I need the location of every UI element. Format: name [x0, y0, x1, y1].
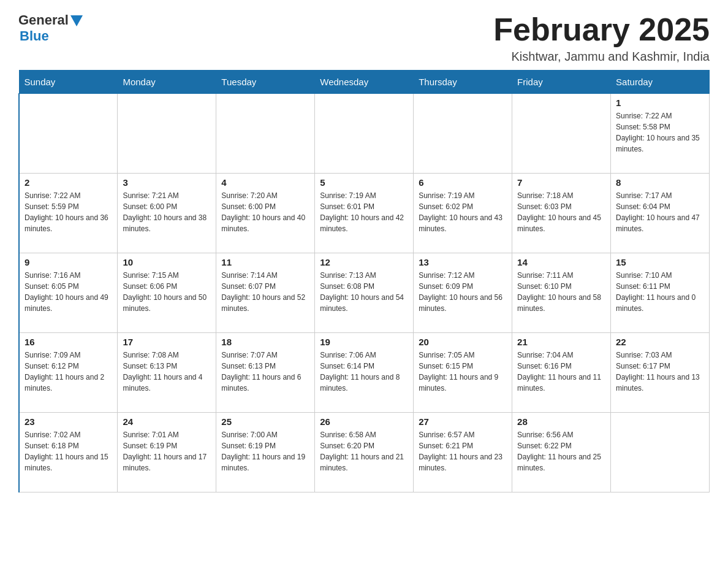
calendar-header-saturday: Saturday: [611, 71, 710, 94]
calendar-cell: 8Sunrise: 7:17 AMSunset: 6:04 PMDaylight…: [611, 174, 710, 253]
day-number: 9: [25, 257, 112, 267]
day-number: 26: [320, 416, 408, 427]
day-info: Sunrise: 6:57 AMSunset: 6:21 PMDaylight:…: [419, 429, 507, 473]
day-info: Sunrise: 7:13 AMSunset: 6:08 PMDaylight:…: [320, 270, 408, 314]
day-info: Sunrise: 7:00 AMSunset: 6:19 PMDaylight:…: [221, 429, 309, 473]
day-info: Sunrise: 7:19 AMSunset: 6:02 PMDaylight:…: [419, 190, 507, 234]
calendar-cell: 26Sunrise: 6:58 AMSunset: 6:20 PMDayligh…: [315, 413, 414, 492]
day-info: Sunrise: 7:09 AMSunset: 6:12 PMDaylight:…: [25, 350, 112, 394]
calendar-header-tuesday: Tuesday: [216, 71, 315, 94]
calendar-header-wednesday: Wednesday: [315, 71, 414, 94]
calendar-cell: 13Sunrise: 7:12 AMSunset: 6:09 PMDayligh…: [414, 253, 512, 333]
day-number: 20: [419, 337, 507, 347]
day-info: Sunrise: 7:05 AMSunset: 6:15 PMDaylight:…: [419, 350, 507, 394]
calendar-cell: 18Sunrise: 7:07 AMSunset: 6:13 PMDayligh…: [216, 333, 315, 413]
page-header: General Blue February 2025 Kishtwar, Jam…: [18, 12, 710, 64]
day-number: 15: [616, 257, 704, 267]
day-number: 28: [517, 416, 605, 427]
day-number: 17: [123, 337, 211, 347]
calendar-cell: 10Sunrise: 7:15 AMSunset: 6:06 PMDayligh…: [118, 253, 216, 333]
calendar-cell: [19, 94, 118, 174]
calendar-week-row: 1Sunrise: 7:22 AMSunset: 5:58 PMDaylight…: [19, 94, 710, 174]
title-section: February 2025 Kishtwar, Jammu and Kashmi…: [493, 12, 710, 64]
logo: General Blue: [18, 12, 83, 44]
calendar-cell: 17Sunrise: 7:08 AMSunset: 6:13 PMDayligh…: [118, 333, 216, 413]
calendar-week-row: 23Sunrise: 7:02 AMSunset: 6:18 PMDayligh…: [19, 413, 710, 492]
calendar-cell: 22Sunrise: 7:03 AMSunset: 6:17 PMDayligh…: [611, 333, 710, 413]
calendar-cell: [414, 94, 512, 174]
calendar-week-row: 9Sunrise: 7:16 AMSunset: 6:05 PMDaylight…: [19, 253, 710, 333]
day-number: 8: [616, 177, 704, 188]
day-number: 14: [517, 257, 605, 267]
day-number: 2: [25, 177, 112, 188]
calendar-cell: 15Sunrise: 7:10 AMSunset: 6:11 PMDayligh…: [611, 253, 710, 333]
day-number: 12: [320, 257, 408, 267]
calendar-cell: 11Sunrise: 7:14 AMSunset: 6:07 PMDayligh…: [216, 253, 315, 333]
day-number: 3: [123, 177, 211, 188]
day-number: 21: [517, 337, 605, 347]
logo-triangle-icon: [70, 15, 83, 26]
calendar-cell: [315, 94, 414, 174]
day-number: 22: [616, 337, 704, 347]
location: Kishtwar, Jammu and Kashmir, India: [493, 50, 710, 64]
day-info: Sunrise: 7:16 AMSunset: 6:05 PMDaylight:…: [25, 270, 112, 314]
day-info: Sunrise: 7:10 AMSunset: 6:11 PMDaylight:…: [616, 270, 704, 314]
day-number: 4: [221, 177, 309, 188]
calendar-cell: 2Sunrise: 7:22 AMSunset: 5:59 PMDaylight…: [19, 174, 118, 253]
day-info: Sunrise: 7:08 AMSunset: 6:13 PMDaylight:…: [123, 350, 211, 394]
day-info: Sunrise: 7:15 AMSunset: 6:06 PMDaylight:…: [123, 270, 211, 314]
day-info: Sunrise: 7:11 AMSunset: 6:10 PMDaylight:…: [517, 270, 605, 314]
calendar-cell: 5Sunrise: 7:19 AMSunset: 6:01 PMDaylight…: [315, 174, 414, 253]
calendar-cell: 20Sunrise: 7:05 AMSunset: 6:15 PMDayligh…: [414, 333, 512, 413]
calendar-cell: 4Sunrise: 7:20 AMSunset: 6:00 PMDaylight…: [216, 174, 315, 253]
day-number: 18: [221, 337, 309, 347]
day-info: Sunrise: 7:19 AMSunset: 6:01 PMDaylight:…: [320, 190, 408, 234]
day-number: 23: [25, 416, 112, 427]
day-number: 5: [320, 177, 408, 188]
calendar-table: SundayMondayTuesdayWednesdayThursdayFrid…: [18, 70, 710, 492]
calendar-header-thursday: Thursday: [414, 71, 512, 94]
calendar-cell: [216, 94, 315, 174]
day-info: Sunrise: 7:04 AMSunset: 6:16 PMDaylight:…: [517, 350, 605, 394]
calendar-cell: 12Sunrise: 7:13 AMSunset: 6:08 PMDayligh…: [315, 253, 414, 333]
day-number: 25: [221, 416, 309, 427]
calendar-cell: 9Sunrise: 7:16 AMSunset: 6:05 PMDaylight…: [19, 253, 118, 333]
day-number: 10: [123, 257, 211, 267]
calendar-cell: 1Sunrise: 7:22 AMSunset: 5:58 PMDaylight…: [611, 94, 710, 174]
calendar-cell: 27Sunrise: 6:57 AMSunset: 6:21 PMDayligh…: [414, 413, 512, 492]
calendar-cell: 25Sunrise: 7:00 AMSunset: 6:19 PMDayligh…: [216, 413, 315, 492]
day-number: 24: [123, 416, 211, 427]
calendar-cell: 14Sunrise: 7:11 AMSunset: 6:10 PMDayligh…: [512, 253, 611, 333]
day-info: Sunrise: 7:07 AMSunset: 6:13 PMDaylight:…: [221, 350, 309, 394]
day-info: Sunrise: 6:58 AMSunset: 6:20 PMDaylight:…: [320, 429, 408, 473]
day-number: 27: [419, 416, 507, 427]
day-info: Sunrise: 7:22 AMSunset: 5:59 PMDaylight:…: [25, 190, 112, 234]
calendar-cell: 21Sunrise: 7:04 AMSunset: 6:16 PMDayligh…: [512, 333, 611, 413]
day-info: Sunrise: 7:22 AMSunset: 5:58 PMDaylight:…: [616, 110, 704, 155]
day-number: 1: [616, 98, 704, 108]
calendar-week-row: 2Sunrise: 7:22 AMSunset: 5:59 PMDaylight…: [19, 174, 710, 253]
calendar-header-monday: Monday: [118, 71, 216, 94]
day-info: Sunrise: 7:18 AMSunset: 6:03 PMDaylight:…: [517, 190, 605, 234]
calendar-cell: 7Sunrise: 7:18 AMSunset: 6:03 PMDaylight…: [512, 174, 611, 253]
day-number: 16: [25, 337, 112, 347]
day-info: Sunrise: 7:14 AMSunset: 6:07 PMDaylight:…: [221, 270, 309, 314]
day-info: Sunrise: 7:20 AMSunset: 6:00 PMDaylight:…: [221, 190, 309, 234]
logo-general-text: General: [18, 12, 69, 28]
calendar-cell: [611, 413, 710, 492]
calendar-cell: 6Sunrise: 7:19 AMSunset: 6:02 PMDaylight…: [414, 174, 512, 253]
day-number: 7: [517, 177, 605, 188]
calendar-cell: [512, 94, 611, 174]
calendar-cell: 19Sunrise: 7:06 AMSunset: 6:14 PMDayligh…: [315, 333, 414, 413]
calendar-cell: 24Sunrise: 7:01 AMSunset: 6:19 PMDayligh…: [118, 413, 216, 492]
calendar-week-row: 16Sunrise: 7:09 AMSunset: 6:12 PMDayligh…: [19, 333, 710, 413]
calendar-cell: 16Sunrise: 7:09 AMSunset: 6:12 PMDayligh…: [19, 333, 118, 413]
day-info: Sunrise: 7:17 AMSunset: 6:04 PMDaylight:…: [616, 190, 704, 234]
calendar-cell: 3Sunrise: 7:21 AMSunset: 6:00 PMDaylight…: [118, 174, 216, 253]
day-info: Sunrise: 7:12 AMSunset: 6:09 PMDaylight:…: [419, 270, 507, 314]
day-number: 19: [320, 337, 408, 347]
day-info: Sunrise: 7:01 AMSunset: 6:19 PMDaylight:…: [123, 429, 211, 473]
calendar-cell: 28Sunrise: 6:56 AMSunset: 6:22 PMDayligh…: [512, 413, 611, 492]
day-info: Sunrise: 6:56 AMSunset: 6:22 PMDaylight:…: [517, 429, 605, 473]
month-title: February 2025: [493, 12, 710, 47]
